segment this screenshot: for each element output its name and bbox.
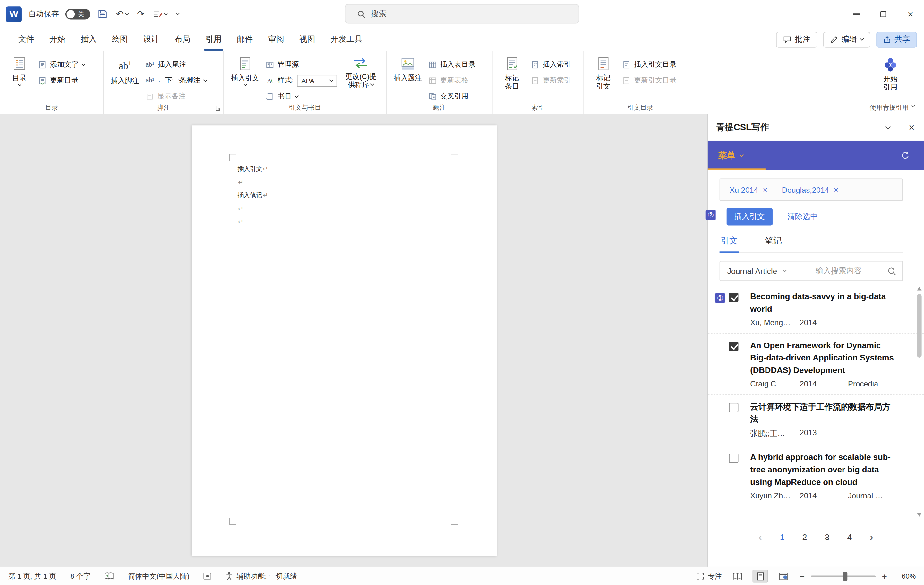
insert-index-button[interactable]: 插入索引 xyxy=(529,59,573,70)
zoom-level[interactable]: 60% xyxy=(896,572,916,580)
citation-checkbox[interactable] xyxy=(729,453,738,463)
tab-design[interactable]: 设计 xyxy=(135,28,167,51)
tab-insert[interactable]: 插入 xyxy=(73,28,104,51)
redo-icon[interactable]: ↷ xyxy=(136,8,146,21)
insert-endnote-button[interactable]: ab¹ 插入尾注 xyxy=(144,59,208,70)
language-indicator[interactable]: 简体中文(中国大陆) xyxy=(128,571,189,581)
type-filter-select[interactable]: Journal Article xyxy=(720,262,808,281)
web-layout-icon[interactable] xyxy=(776,570,791,582)
insert-footnote-button[interactable]: ab1 插入脚注 xyxy=(109,53,142,102)
insert-table-of-authorities-button[interactable]: 插入引文目录 xyxy=(620,59,678,70)
tab-references[interactable]: 引用 xyxy=(198,28,229,51)
citation-checkbox[interactable] xyxy=(729,293,738,302)
macro-record-icon[interactable] xyxy=(203,572,212,580)
document-page[interactable]: 插入引文↵ ↵ 插入笔记↵ ↵ ↵ xyxy=(191,125,497,556)
tab-citations[interactable]: 引文 xyxy=(719,232,739,253)
insert-citation-panel-button[interactable]: 插入引文 xyxy=(727,208,772,226)
mark-entry-icon xyxy=(504,56,520,71)
scrollbar[interactable] xyxy=(916,286,923,518)
scrollbar-up-icon[interactable] xyxy=(917,287,922,290)
manage-sources-button[interactable]: 管理源 xyxy=(264,59,339,70)
insert-caption-button[interactable]: 插入题注 xyxy=(391,53,424,102)
undo-icon[interactable]: ↶ xyxy=(115,8,129,21)
qingti-start-button[interactable]: 开始 引用 xyxy=(876,53,905,102)
tab-developer[interactable]: 开发工具 xyxy=(323,28,370,51)
page-number-2[interactable]: 2 xyxy=(802,532,807,542)
citation-checkbox[interactable] xyxy=(729,403,738,412)
pen-format-icon[interactable] xyxy=(152,9,168,20)
citation-item[interactable]: An Open Framework for Dynamic Big-data-d… xyxy=(708,333,924,394)
search-bar[interactable]: 搜索 xyxy=(345,4,579,24)
tab-view[interactable]: 视图 xyxy=(292,28,323,51)
panel-search-input[interactable]: 输入搜索内容 xyxy=(808,262,902,281)
tab-home[interactable]: 开始 xyxy=(42,28,73,51)
comments-button[interactable]: 批注 xyxy=(776,31,817,48)
citation-authors: Xuyun Zh… xyxy=(750,491,800,500)
citation-item[interactable]: A hybrid approach for scalable sub-tree … xyxy=(708,445,924,506)
page-indicator[interactable]: 第 1 页, 共 1 页 xyxy=(8,571,56,581)
customize-qat-icon[interactable] xyxy=(175,13,181,16)
panel-collapse-icon[interactable] xyxy=(886,124,891,129)
update-table-of-authorities-icon xyxy=(622,76,631,85)
citation-checkbox[interactable] xyxy=(729,341,738,351)
page-number-1[interactable]: 1 xyxy=(780,532,785,542)
menu-dropdown[interactable]: 菜单 xyxy=(718,150,743,161)
bibliography-button[interactable]: 书目 xyxy=(264,91,339,102)
minimize-button[interactable] xyxy=(843,0,870,28)
scrollbar-thumb[interactable] xyxy=(917,294,922,358)
maximize-button[interactable] xyxy=(870,0,897,28)
prev-page-icon[interactable]: ‹ xyxy=(759,531,762,544)
page-number-4[interactable]: 4 xyxy=(847,532,852,542)
panel-action-row: ② 插入引文 清除选中 xyxy=(719,208,903,226)
add-text-button[interactable]: 添加文字 xyxy=(36,59,87,70)
citation-style-select[interactable]: APA xyxy=(297,74,337,86)
proofing-icon[interactable] xyxy=(105,572,114,580)
insert-citation-button[interactable]: 插入引文 xyxy=(229,53,262,102)
update-toc-button[interactable]: 更新目录 xyxy=(36,75,87,86)
tab-draw[interactable]: 绘图 xyxy=(104,28,135,51)
panel-close-icon[interactable]: × xyxy=(909,122,914,132)
zoom-out-icon[interactable]: − xyxy=(799,571,805,581)
zoom-in-icon[interactable]: + xyxy=(881,571,888,581)
collapse-ribbon-icon[interactable] xyxy=(911,99,915,109)
zoom-slider-thumb[interactable] xyxy=(843,572,847,581)
citation-tag[interactable]: Xu,2014 × xyxy=(729,185,768,194)
focus-mode-button[interactable]: 专注 xyxy=(696,571,722,581)
citation-item[interactable]: ① Becoming data-savvy in a big-data worl… xyxy=(708,285,924,333)
print-layout-icon[interactable] xyxy=(753,570,768,582)
tag-remove-icon[interactable]: × xyxy=(763,186,768,194)
zoom-slider[interactable] xyxy=(811,575,876,577)
word-count[interactable]: 8 个字 xyxy=(70,571,90,581)
accessibility-status[interactable]: 辅助功能: 一切就绪 xyxy=(226,571,297,581)
ribbon-group-captions: 插入题注 插入表目录 更新表格 交叉引用 题注 xyxy=(387,51,493,114)
close-button[interactable]: × xyxy=(897,0,924,28)
next-page-icon[interactable]: › xyxy=(870,531,873,544)
tab-review[interactable]: 审阅 xyxy=(261,28,292,51)
citation-title: Becoming data-savvy in a big-data world xyxy=(750,290,897,315)
citation-item[interactable]: 云计算环境下适于工作流的数据布局方法 张鹏;;王… 2013 xyxy=(708,394,924,445)
save-icon[interactable] xyxy=(97,8,109,20)
toc-button[interactable]: 目录 xyxy=(5,53,34,102)
word-logo-icon[interactable]: W xyxy=(6,6,22,22)
next-footnote-button[interactable]: ab¹→ 下一条脚注 xyxy=(144,75,208,86)
share-button[interactable]: 共享 xyxy=(876,31,917,48)
refresh-icon[interactable] xyxy=(901,151,910,160)
scrollbar-down-icon[interactable] xyxy=(917,513,922,517)
page-number-3[interactable]: 3 xyxy=(825,532,830,542)
toggle-knob-icon xyxy=(67,10,75,18)
mark-citation-button[interactable]: 标记 引文 xyxy=(589,53,618,102)
tab-file[interactable]: 文件 xyxy=(11,28,42,51)
mark-entry-button[interactable]: 标记 条目 xyxy=(497,53,527,102)
clear-selection-link[interactable]: 清除选中 xyxy=(787,211,818,222)
editing-button[interactable]: 编辑 xyxy=(823,31,870,48)
cross-reference-button[interactable]: 交叉引用 xyxy=(427,91,477,102)
read-mode-icon[interactable] xyxy=(729,570,745,582)
change-provider-button[interactable]: 更改(C)提 供程序 xyxy=(342,53,380,102)
citation-tag[interactable]: Douglas,2014 × xyxy=(782,185,839,194)
tab-notes[interactable]: 笔记 xyxy=(764,232,783,252)
insert-table-of-figures-button[interactable]: 插入表目录 xyxy=(427,59,477,70)
tab-mailings[interactable]: 邮件 xyxy=(229,28,260,51)
tab-layout[interactable]: 布局 xyxy=(167,28,198,51)
tag-remove-icon[interactable]: × xyxy=(834,186,839,194)
autosave-toggle[interactable]: 关 xyxy=(66,9,90,20)
